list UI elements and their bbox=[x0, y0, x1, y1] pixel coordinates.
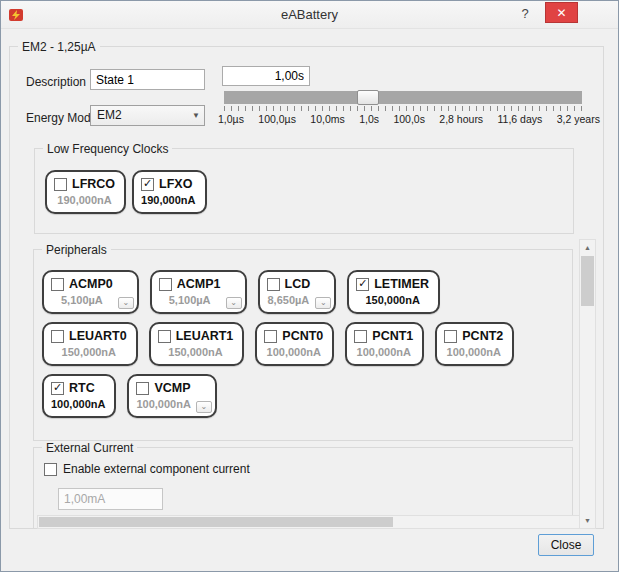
peripheral-card-pcnt1[interactable]: PCNT1 100,000nA bbox=[345, 322, 424, 366]
peripheral-card-pcnt0[interactable]: PCNT0 100,000nA bbox=[255, 322, 334, 366]
scroll-up-icon[interactable]: ▲ bbox=[580, 240, 595, 255]
duration-input[interactable] bbox=[222, 66, 310, 86]
external-current-input[interactable] bbox=[58, 488, 163, 510]
clock-name: LFXO bbox=[159, 177, 192, 191]
external-current-title: External Current bbox=[42, 441, 137, 455]
low-frequency-clocks-group: Low Frequency Clocks LFRCO 190,000nA LFX… bbox=[34, 148, 574, 234]
peripheral-name: LETIMER bbox=[374, 277, 429, 291]
peripheral-name: ACMP0 bbox=[69, 277, 113, 291]
peripheral-current: 100,000nA bbox=[51, 398, 105, 410]
close-button[interactable]: Close bbox=[538, 534, 594, 556]
slider-label: 100,0s bbox=[393, 113, 425, 125]
title-bar[interactable]: eABattery ? ✕ bbox=[1, 1, 618, 29]
acmp0-checkbox[interactable] bbox=[51, 278, 64, 291]
peripheral-card-acmp0[interactable]: ACMP0 5,100µA ⌄ bbox=[42, 270, 139, 314]
peripheral-name: ACMP1 bbox=[177, 277, 221, 291]
peripherals-group-title: Peripherals bbox=[42, 243, 111, 257]
lfrco-checkbox[interactable] bbox=[54, 178, 67, 191]
description-label: Description bbox=[26, 75, 86, 89]
peripheral-current: 100,000nA bbox=[264, 346, 323, 358]
peripheral-current: 5,100µA bbox=[159, 294, 221, 306]
peripheral-name: VCMP bbox=[154, 381, 190, 395]
lcd-checkbox[interactable] bbox=[267, 278, 280, 291]
slider-tick-marks bbox=[224, 106, 584, 111]
scroll-down-icon[interactable]: ▼ bbox=[580, 513, 595, 528]
chevron-down-icon: ▼ bbox=[192, 106, 200, 125]
peripheral-name: LEUART0 bbox=[69, 329, 127, 343]
peripheral-name: PCNT1 bbox=[372, 329, 413, 343]
vcmp-checkbox[interactable] bbox=[136, 382, 149, 395]
slider-label: 1,0s bbox=[359, 113, 379, 125]
clock-card-lfxo[interactable]: LFXO 190,000nA bbox=[132, 170, 206, 214]
slider-label: 2,8 hours bbox=[439, 113, 483, 125]
peripheral-current: 100,000nA bbox=[354, 346, 413, 358]
peripheral-current: 5,100µA bbox=[51, 294, 113, 306]
clock-current: 190,000nA bbox=[54, 194, 115, 206]
peripheral-card-rtc[interactable]: RTC 100,000nA bbox=[42, 374, 116, 418]
state-group-title: EM2 - 1,25µA bbox=[18, 40, 100, 54]
peripheral-card-lcd[interactable]: LCD 8,650µA ⌄ bbox=[258, 270, 337, 314]
config-icon[interactable]: ⌄ bbox=[226, 297, 242, 309]
lfc-group-title: Low Frequency Clocks bbox=[43, 142, 172, 156]
pcnt0-checkbox[interactable] bbox=[264, 330, 277, 343]
config-icon[interactable]: ⌄ bbox=[196, 401, 212, 413]
letimer-checkbox[interactable] bbox=[356, 278, 369, 291]
peripheral-current: 100,000nA bbox=[136, 398, 190, 410]
slider-label: 10,0ms bbox=[310, 113, 344, 125]
pcnt2-checkbox[interactable] bbox=[444, 330, 457, 343]
slider-labels: 1,0µs 100,0µs 10,0ms 1,0s 100,0s 2,8 hou… bbox=[218, 113, 600, 125]
description-input[interactable] bbox=[90, 69, 205, 90]
slider-label: 3,2 years bbox=[557, 113, 600, 125]
energy-mode-select[interactable]: EM2 ▼ bbox=[90, 105, 205, 126]
help-button[interactable]: ? bbox=[514, 4, 536, 24]
peripheral-current: 8,650µA bbox=[267, 294, 311, 306]
peripheral-current: 150,000nA bbox=[356, 294, 429, 306]
slider-label: 1,0µs bbox=[218, 113, 244, 125]
config-icon[interactable]: ⌄ bbox=[315, 297, 331, 309]
peripheral-current: 100,000nA bbox=[444, 346, 503, 358]
config-icon[interactable]: ⌄ bbox=[118, 297, 134, 309]
close-window-button[interactable]: ✕ bbox=[545, 2, 578, 23]
acmp1-checkbox[interactable] bbox=[159, 278, 172, 291]
vertical-scrollbar[interactable]: ▲ ▼ bbox=[579, 239, 596, 529]
rtc-checkbox[interactable] bbox=[51, 382, 64, 395]
lfxo-checkbox[interactable] bbox=[141, 178, 154, 191]
clock-current: 190,000nA bbox=[141, 194, 195, 206]
slider-label: 100,0µs bbox=[258, 113, 296, 125]
close-icon: ✕ bbox=[556, 6, 566, 20]
peripheral-card-acmp1[interactable]: ACMP1 5,100µA ⌄ bbox=[150, 270, 247, 314]
peripheral-name: PCNT0 bbox=[282, 329, 323, 343]
app-icon bbox=[9, 8, 23, 22]
eabattery-dialog: eABattery ? ✕ EM2 - 1,25µA Description E… bbox=[0, 0, 619, 572]
peripheral-name: PCNT2 bbox=[462, 329, 503, 343]
horizontal-scrollbar[interactable] bbox=[37, 515, 579, 529]
duration-slider[interactable] bbox=[224, 91, 582, 104]
vertical-scrollbar-thumb[interactable] bbox=[581, 256, 594, 306]
peripheral-name: RTC bbox=[69, 381, 95, 395]
scroll-viewport: Peripherals ACMP0 5,100µA ⌄ AC bbox=[10, 239, 579, 529]
peripheral-name: LEUART1 bbox=[176, 329, 234, 343]
slider-label: 11,6 days bbox=[498, 113, 543, 125]
external-current-checkbox[interactable] bbox=[44, 463, 57, 476]
slider-thumb[interactable] bbox=[357, 90, 379, 105]
clock-card-lfrco[interactable]: LFRCO 190,000nA bbox=[45, 170, 126, 214]
peripheral-card-leuart1[interactable]: LEUART1 150,000nA bbox=[149, 322, 245, 366]
peripheral-current: 150,000nA bbox=[158, 346, 234, 358]
peripheral-current: 150,000nA bbox=[51, 346, 127, 358]
energy-mode-value: EM2 bbox=[97, 108, 122, 122]
peripheral-card-letimer[interactable]: LETIMER 150,000nA bbox=[347, 270, 440, 314]
horizontal-scrollbar-thumb[interactable] bbox=[39, 517, 393, 527]
leuart0-checkbox[interactable] bbox=[51, 330, 64, 343]
external-current-checkbox-label: Enable external component current bbox=[63, 462, 250, 476]
energy-mode-label: Energy Mode bbox=[26, 111, 97, 125]
leuart1-checkbox[interactable] bbox=[158, 330, 171, 343]
peripheral-card-leuart0[interactable]: LEUART0 150,000nA bbox=[42, 322, 138, 366]
peripheral-card-pcnt2[interactable]: PCNT2 100,000nA bbox=[435, 322, 514, 366]
clock-name: LFRCO bbox=[72, 177, 115, 191]
pcnt1-checkbox[interactable] bbox=[354, 330, 367, 343]
peripherals-group: Peripherals ACMP0 5,100µA ⌄ AC bbox=[33, 249, 573, 441]
peripheral-card-vcmp[interactable]: VCMP 100,000nA ⌄ bbox=[127, 374, 216, 418]
peripheral-name: LCD bbox=[285, 277, 311, 291]
